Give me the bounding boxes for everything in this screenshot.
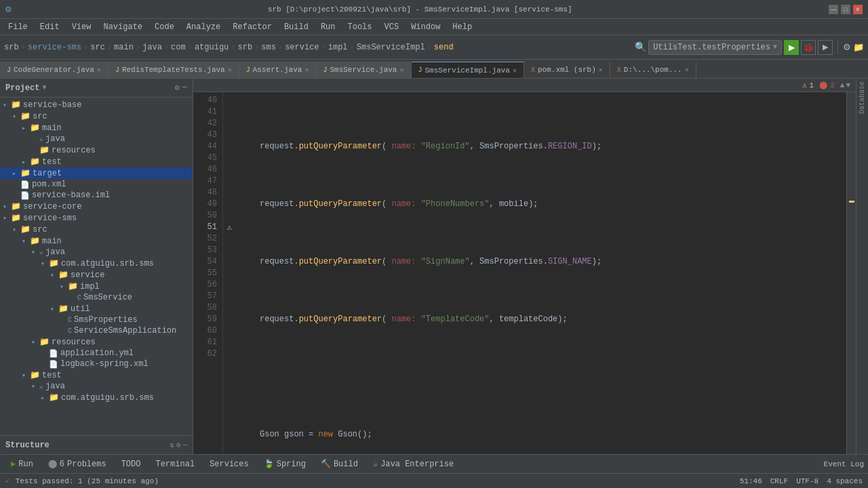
line-separator[interactable]: CRLF — [770, 477, 788, 485]
bottom-tab-java-enterprise[interactable]: ☕ Java Enterprise — [366, 458, 460, 470]
tree-item-impl-folder[interactable]: ▾ 📁 impl — [0, 281, 193, 292]
settings-button[interactable]: ⚙ — [843, 42, 851, 52]
encoding[interactable]: UTF-8 — [796, 477, 818, 485]
menu-view[interactable]: View — [66, 21, 97, 33]
cursor-position[interactable]: 51:46 — [740, 477, 762, 485]
dropdown-icon[interactable]: ▼ — [773, 43, 777, 51]
sms-label[interactable]: sms — [261, 43, 276, 52]
menu-refactor[interactable]: Refactor — [227, 21, 277, 33]
impl-label[interactable]: impl — [328, 43, 348, 52]
nav-up-icon[interactable]: ▲ — [840, 81, 845, 89]
tab-pomxml-srb[interactable]: X pom.xml (srb) ✕ — [524, 62, 610, 78]
tree-item-service-base-src[interactable]: ▾ 📁 src — [0, 110, 193, 122]
menu-code[interactable]: Code — [149, 21, 180, 33]
tab-codegenerator[interactable]: J CodeGenerator.java ✕ — [0, 62, 108, 78]
bottom-tab-terminal[interactable]: Terminal — [149, 458, 201, 470]
class-label[interactable]: SmsServiceImpl — [357, 43, 425, 52]
code-editor[interactable]: 40 41 42 43 44 45 46 47 48 49 50 51 52 5… — [193, 92, 856, 454]
menu-file[interactable]: File — [3, 21, 33, 33]
minimize-btn[interactable]: — — [829, 5, 838, 14]
folder-button[interactable]: 📁 — [853, 42, 864, 52]
code-content[interactable]: request.putQueryParameter( name: "Region… — [235, 92, 846, 454]
menu-vcs[interactable]: VCS — [379, 21, 405, 33]
bottom-tab-services[interactable]: Services — [203, 458, 256, 470]
run-config-label[interactable]: UtilsTest.testProperties — [653, 43, 770, 52]
tree-item-resources1[interactable]: 📁 resources — [0, 144, 193, 156]
bottom-tab-build[interactable]: 🔨 Build — [314, 458, 365, 470]
tab-smsservice[interactable]: J SmsService.java ✕ — [316, 62, 411, 78]
bottom-tab-problems[interactable]: ⬤ 6 Problems — [41, 458, 113, 470]
tree-item-serviceapp[interactable]: ▸ C ServiceSmsApplication — [0, 325, 193, 336]
tree-item-test1[interactable]: ▸ 📁 test — [0, 156, 193, 167]
structure-close-icon[interactable]: — — [182, 441, 187, 449]
structure-sort-icon[interactable]: ⇅ — [170, 441, 174, 449]
tree-item-main[interactable]: ▸ 📁 main — [0, 122, 193, 134]
menu-run[interactable]: Run — [315, 21, 341, 33]
srb-label[interactable]: srb — [238, 43, 253, 52]
tree-item-smsproperties[interactable]: ▸ C SmsProperties — [0, 314, 193, 325]
bottom-tab-todo[interactable]: TODO — [115, 458, 148, 470]
tree-item-resources2[interactable]: ▾ 📁 resources — [0, 336, 193, 348]
tree-item-sms-java[interactable]: ▾ ☕ java — [0, 247, 193, 258]
menu-tools[interactable]: Tools — [342, 21, 378, 33]
tree-item-service-folder[interactable]: ▾ 📁 service — [0, 269, 193, 281]
code-line-40: request.putQueryParameter( name: "Region… — [241, 141, 841, 152]
tree-item-sms-src[interactable]: ▾ 📁 src — [0, 224, 193, 235]
test-status-icon: ✓ — [5, 476, 10, 485]
tree-item-java1[interactable]: ☕ java — [0, 134, 193, 144]
tab-redistemplatetests[interactable]: J RedisTemplateTests.java ✕ — [108, 62, 239, 78]
tree-item-smsservice-class[interactable]: ▸ C SmsService — [0, 292, 193, 303]
project-collapse-icon[interactable]: — — [182, 83, 187, 93]
tree-item-test-java[interactable]: ▾ ☕ java — [0, 381, 193, 392]
close-btn[interactable]: ✕ — [853, 5, 863, 14]
debug-button[interactable]: 🐞 — [801, 40, 816, 55]
tree-item-pomxml1[interactable]: ▸ 📄 pom.xml — [0, 179, 193, 190]
editor-area: ⚠ 1 ⬤ 2 ▲ ▼ 40 41 42 43 44 45 46 47 48 4… — [193, 79, 856, 454]
atguigu-label[interactable]: atguigu — [195, 43, 229, 52]
tab-smsserviceimpl[interactable]: J SmsServiceImpl.java ✕ — [412, 62, 524, 78]
tree-item-util-folder[interactable]: ▾ 📁 util — [0, 303, 193, 314]
tree-item-target[interactable]: ▸ 📁 target — [0, 167, 193, 179]
tree-item-baseiml[interactable]: ▸ 📄 service-base.iml — [0, 190, 193, 201]
project-settings-icon[interactable]: ⚙ — [175, 83, 180, 93]
indent-setting[interactable]: 4 spaces — [827, 477, 863, 485]
nav-down-icon[interactable]: ▼ — [846, 81, 850, 89]
structure-settings-icon[interactable]: ⚙ — [176, 441, 181, 449]
menu-edit[interactable]: Edit — [35, 21, 65, 33]
menu-build[interactable]: Build — [279, 21, 314, 33]
coverage-button[interactable]: ▶ — [818, 40, 833, 55]
search-icon[interactable]: 🔍 — [635, 41, 646, 53]
code-line-41: request.putQueryParameter( name: "PhoneN… — [241, 199, 841, 210]
module-label[interactable]: service-sms — [28, 43, 81, 52]
service-label[interactable]: service — [285, 43, 319, 52]
menu-analyze[interactable]: Analyze — [181, 21, 226, 33]
bottom-tab-run[interactable]: ▶ Run — [4, 458, 40, 470]
tree-item-test-com[interactable]: ▸ 📁 com.atguigu.srb.sms — [0, 392, 193, 403]
tree-item-sms-main[interactable]: ▾ 📁 main — [0, 235, 193, 247]
tab-pom-path[interactable]: X D:\...\pom... ✕ — [610, 62, 696, 78]
maximize-btn[interactable]: □ — [841, 5, 850, 14]
tree-item-logback[interactable]: ▸ 📄 logback-spring.xml — [0, 359, 193, 369]
tree-item-appyml[interactable]: ▸ 📄 application.yml — [0, 348, 193, 359]
tree-item-service-base[interactable]: ▾ 📁 service-base — [0, 99, 193, 110]
event-log-label[interactable]: Event Log — [824, 460, 864, 468]
tab-assert[interactable]: J Assert.java ✕ — [239, 62, 317, 78]
menu-help[interactable]: Help — [447, 21, 477, 33]
menu-navigate[interactable]: Navigate — [98, 21, 148, 33]
database-icon[interactable]: Database — [859, 81, 866, 114]
tree-label: target — [33, 169, 62, 178]
tree-item-service-sms[interactable]: ▾ 📁 service-sms — [0, 212, 193, 224]
bottom-tab-spring[interactable]: 🍃 Spring — [257, 458, 313, 470]
com-label[interactable]: com — [171, 43, 186, 52]
src-label[interactable]: src — [90, 43, 105, 52]
menu-window[interactable]: Window — [406, 21, 446, 33]
tree-item-test2[interactable]: ▾ 📁 test — [0, 369, 193, 381]
dropdown-icon-project[interactable]: ▼ — [42, 84, 46, 92]
method-label[interactable]: send — [434, 43, 454, 52]
warning-gutter-icon[interactable]: ⚠ — [226, 222, 231, 232]
main-label[interactable]: main — [114, 43, 134, 52]
tree-item-com-atguigu[interactable]: ▾ 📁 com.atguigu.srb.sms — [0, 258, 193, 269]
run-button[interactable]: ▶ — [784, 40, 799, 55]
java-label[interactable]: java — [142, 43, 162, 52]
tree-item-service-core[interactable]: ▾ 📁 service-core — [0, 201, 193, 212]
